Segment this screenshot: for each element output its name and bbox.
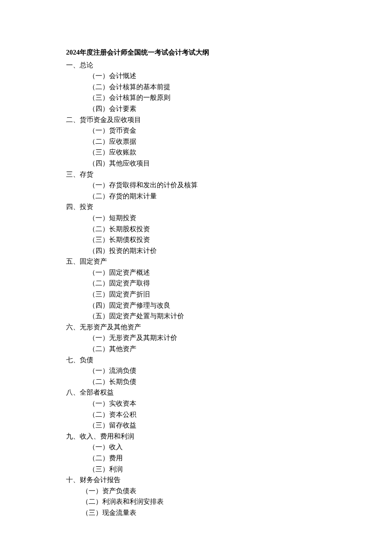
outline-item: （一）资产负债表	[82, 485, 358, 497]
outline-item: （三）长期债权投资	[89, 234, 358, 245]
outline-item: （二）存货的期末计量	[89, 191, 358, 202]
outline-item: （二）长期股权投资	[89, 224, 358, 235]
outline-item: （二）其他资产	[89, 343, 358, 355]
outline-item: （一）无形资产及其期末计价	[89, 332, 358, 343]
section-head: 一、总论	[66, 60, 358, 71]
outline-item: （一）货币资金	[89, 125, 358, 136]
section-5: 五、固定资产 （一）固定资产概述 （二）固定资产取得 （三）固定资产折旧 （四）…	[66, 256, 358, 322]
section-head: 九、收入、费用和利润	[66, 431, 358, 442]
section-1: 一、总论 （一）会计慨述 （二）会计核算的基本前提 （三）会计核算的一般原则 （…	[66, 60, 358, 114]
outline-item: （四）固定资产修理与改良	[89, 300, 358, 311]
outline-item: （三）应收账款	[89, 147, 358, 158]
outline-item: （一）固定资产概述	[89, 267, 358, 278]
section-7: 七、负债 （一）流淌负债 （二）长期负债	[66, 355, 358, 387]
outline-item: （四）其他应收项目	[89, 158, 358, 169]
section-head: 三、存货	[66, 169, 358, 180]
section-8: 八、全部者权益 （一）实收资本 （二）资本公积 （三）留存收益	[66, 387, 358, 430]
outline-item: （二）长期负债	[89, 376, 358, 387]
outline-item: （二）会计核算的基本前提	[89, 81, 358, 93]
outline-item: （一）流淌负债	[89, 365, 358, 376]
outline-item: （三）现金流量表	[82, 507, 358, 518]
outline-item: （三）留存收益	[89, 420, 358, 431]
section-head: 五、固定资产	[66, 256, 358, 267]
outline-item: （四）投资的期末计价	[89, 245, 358, 256]
outline-item: （一）短期投资	[89, 212, 358, 224]
outline-item: （二）费用	[89, 453, 358, 464]
section-10: 十、财务会计报告 （一）资产负债表 （二）利润表和利润安排表 （三）现金流量表	[66, 474, 358, 518]
outline-item: （三）固定资产折旧	[89, 289, 358, 300]
section-6: 六、无形资产及其他资产 （一）无形资产及其期末计价 （二）其他资产	[66, 322, 358, 355]
document-title: 2024年度注册会计师全国统一考试会计考试大纲	[66, 47, 358, 58]
outline-item: （二）应收票据	[89, 136, 358, 147]
outline-item: （一）存货取得和发出的计价及核算	[89, 180, 358, 191]
outline-item: （三）会计核算的一般原则	[89, 92, 358, 103]
section-9: 九、收入、费用和利润 （一）收入 （二）费用 （三）利润	[66, 431, 358, 474]
outline-item: （一）收入	[89, 442, 358, 453]
section-head: 八、全部者权益	[66, 387, 358, 398]
section-2: 二、货币资金及应收项目 （一）货币资金 （二）应收票据 （三）应收账款 （四）其…	[66, 114, 358, 169]
outline-item: （一）实收资本	[89, 398, 358, 409]
outline-item: （一）会计慨述	[89, 70, 358, 81]
outline-item: （四）会计要素	[89, 103, 358, 114]
outline-item: （二）资本公积	[89, 409, 358, 420]
outline-item: （五）固定资产处置与期末计价	[89, 311, 358, 322]
outline-item: （二）利润表和利润安排表	[82, 496, 358, 507]
section-head: 四、投资	[66, 201, 358, 212]
outline-item: （二）固定资产取得	[89, 278, 358, 289]
section-head: 二、货币资金及应收项目	[66, 114, 358, 125]
section-4: 四、投资 （一）短期投资 （二）长期股权投资 （三）长期债权投资 （四）投资的期…	[66, 201, 358, 256]
document-page: 2024年度注册会计师全国统一考试会计考试大纲 一、总论 （一）会计慨述 （二）…	[0, 0, 392, 544]
section-3: 三、存货 （一）存货取得和发出的计价及核算 （二）存货的期末计量	[66, 169, 358, 202]
outline-item: （三）利润	[89, 464, 358, 475]
section-head: 七、负债	[66, 355, 358, 366]
section-head: 十、财务会计报告	[66, 474, 358, 485]
section-head: 六、无形资产及其他资产	[66, 322, 358, 333]
